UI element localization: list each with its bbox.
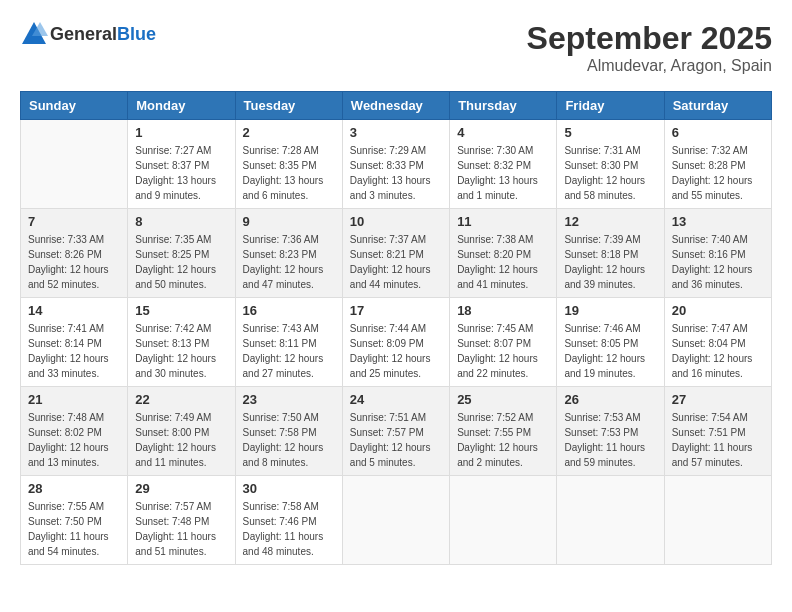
day-info: Sunrise: 7:49 AM Sunset: 8:00 PM Dayligh…	[135, 410, 227, 470]
calendar-week-row: 1Sunrise: 7:27 AM Sunset: 8:37 PM Daylig…	[21, 120, 772, 209]
day-number: 6	[672, 125, 764, 140]
day-number: 26	[564, 392, 656, 407]
day-info: Sunrise: 7:32 AM Sunset: 8:28 PM Dayligh…	[672, 143, 764, 203]
day-number: 9	[243, 214, 335, 229]
calendar-cell: 1Sunrise: 7:27 AM Sunset: 8:37 PM Daylig…	[128, 120, 235, 209]
day-number: 21	[28, 392, 120, 407]
day-info: Sunrise: 7:55 AM Sunset: 7:50 PM Dayligh…	[28, 499, 120, 559]
calendar-cell: 19Sunrise: 7:46 AM Sunset: 8:05 PM Dayli…	[557, 298, 664, 387]
calendar-cell: 30Sunrise: 7:58 AM Sunset: 7:46 PM Dayli…	[235, 476, 342, 565]
day-info: Sunrise: 7:37 AM Sunset: 8:21 PM Dayligh…	[350, 232, 442, 292]
calendar-cell: 12Sunrise: 7:39 AM Sunset: 8:18 PM Dayli…	[557, 209, 664, 298]
day-info: Sunrise: 7:42 AM Sunset: 8:13 PM Dayligh…	[135, 321, 227, 381]
day-info: Sunrise: 7:45 AM Sunset: 8:07 PM Dayligh…	[457, 321, 549, 381]
page-header: GeneralBlue September 2025 Almudevar, Ar…	[20, 20, 772, 75]
logo: GeneralBlue	[20, 20, 156, 48]
logo-icon	[20, 20, 48, 48]
day-info: Sunrise: 7:36 AM Sunset: 8:23 PM Dayligh…	[243, 232, 335, 292]
calendar-cell: 5Sunrise: 7:31 AM Sunset: 8:30 PM Daylig…	[557, 120, 664, 209]
day-number: 24	[350, 392, 442, 407]
calendar-cell: 23Sunrise: 7:50 AM Sunset: 7:58 PM Dayli…	[235, 387, 342, 476]
day-number: 27	[672, 392, 764, 407]
day-number: 25	[457, 392, 549, 407]
day-number: 4	[457, 125, 549, 140]
day-number: 30	[243, 481, 335, 496]
day-number: 29	[135, 481, 227, 496]
day-info: Sunrise: 7:35 AM Sunset: 8:25 PM Dayligh…	[135, 232, 227, 292]
calendar-week-row: 7Sunrise: 7:33 AM Sunset: 8:26 PM Daylig…	[21, 209, 772, 298]
weekday-header-friday: Friday	[557, 92, 664, 120]
day-info: Sunrise: 7:33 AM Sunset: 8:26 PM Dayligh…	[28, 232, 120, 292]
calendar-cell	[21, 120, 128, 209]
day-info: Sunrise: 7:31 AM Sunset: 8:30 PM Dayligh…	[564, 143, 656, 203]
day-number: 15	[135, 303, 227, 318]
calendar-cell: 28Sunrise: 7:55 AM Sunset: 7:50 PM Dayli…	[21, 476, 128, 565]
calendar-table: SundayMondayTuesdayWednesdayThursdayFrid…	[20, 91, 772, 565]
weekday-header-thursday: Thursday	[450, 92, 557, 120]
calendar-cell: 21Sunrise: 7:48 AM Sunset: 8:02 PM Dayli…	[21, 387, 128, 476]
calendar-week-row: 21Sunrise: 7:48 AM Sunset: 8:02 PM Dayli…	[21, 387, 772, 476]
day-number: 20	[672, 303, 764, 318]
day-number: 19	[564, 303, 656, 318]
calendar-cell: 8Sunrise: 7:35 AM Sunset: 8:25 PM Daylig…	[128, 209, 235, 298]
day-info: Sunrise: 7:38 AM Sunset: 8:20 PM Dayligh…	[457, 232, 549, 292]
calendar-cell	[557, 476, 664, 565]
day-info: Sunrise: 7:46 AM Sunset: 8:05 PM Dayligh…	[564, 321, 656, 381]
day-info: Sunrise: 7:29 AM Sunset: 8:33 PM Dayligh…	[350, 143, 442, 203]
calendar-cell: 13Sunrise: 7:40 AM Sunset: 8:16 PM Dayli…	[664, 209, 771, 298]
calendar-cell: 24Sunrise: 7:51 AM Sunset: 7:57 PM Dayli…	[342, 387, 449, 476]
day-number: 17	[350, 303, 442, 318]
calendar-cell: 25Sunrise: 7:52 AM Sunset: 7:55 PM Dayli…	[450, 387, 557, 476]
day-info: Sunrise: 7:47 AM Sunset: 8:04 PM Dayligh…	[672, 321, 764, 381]
day-number: 10	[350, 214, 442, 229]
calendar-cell: 9Sunrise: 7:36 AM Sunset: 8:23 PM Daylig…	[235, 209, 342, 298]
calendar-cell: 6Sunrise: 7:32 AM Sunset: 8:28 PM Daylig…	[664, 120, 771, 209]
day-info: Sunrise: 7:43 AM Sunset: 8:11 PM Dayligh…	[243, 321, 335, 381]
day-info: Sunrise: 7:28 AM Sunset: 8:35 PM Dayligh…	[243, 143, 335, 203]
day-info: Sunrise: 7:54 AM Sunset: 7:51 PM Dayligh…	[672, 410, 764, 470]
month-title: September 2025	[527, 20, 772, 57]
weekday-header-row: SundayMondayTuesdayWednesdayThursdayFrid…	[21, 92, 772, 120]
day-number: 14	[28, 303, 120, 318]
calendar-week-row: 28Sunrise: 7:55 AM Sunset: 7:50 PM Dayli…	[21, 476, 772, 565]
calendar-cell: 2Sunrise: 7:28 AM Sunset: 8:35 PM Daylig…	[235, 120, 342, 209]
calendar-cell: 10Sunrise: 7:37 AM Sunset: 8:21 PM Dayli…	[342, 209, 449, 298]
location-title: Almudevar, Aragon, Spain	[527, 57, 772, 75]
day-info: Sunrise: 7:51 AM Sunset: 7:57 PM Dayligh…	[350, 410, 442, 470]
day-number: 18	[457, 303, 549, 318]
day-number: 5	[564, 125, 656, 140]
day-info: Sunrise: 7:58 AM Sunset: 7:46 PM Dayligh…	[243, 499, 335, 559]
calendar-cell	[342, 476, 449, 565]
title-block: September 2025 Almudevar, Aragon, Spain	[527, 20, 772, 75]
day-number: 23	[243, 392, 335, 407]
calendar-cell	[664, 476, 771, 565]
calendar-cell: 14Sunrise: 7:41 AM Sunset: 8:14 PM Dayli…	[21, 298, 128, 387]
weekday-header-sunday: Sunday	[21, 92, 128, 120]
calendar-cell: 22Sunrise: 7:49 AM Sunset: 8:00 PM Dayli…	[128, 387, 235, 476]
day-number: 3	[350, 125, 442, 140]
calendar-cell: 15Sunrise: 7:42 AM Sunset: 8:13 PM Dayli…	[128, 298, 235, 387]
calendar-week-row: 14Sunrise: 7:41 AM Sunset: 8:14 PM Dayli…	[21, 298, 772, 387]
day-info: Sunrise: 7:52 AM Sunset: 7:55 PM Dayligh…	[457, 410, 549, 470]
calendar-cell: 3Sunrise: 7:29 AM Sunset: 8:33 PM Daylig…	[342, 120, 449, 209]
day-number: 8	[135, 214, 227, 229]
day-number: 13	[672, 214, 764, 229]
logo-text-blue: Blue	[117, 24, 156, 44]
day-number: 11	[457, 214, 549, 229]
day-number: 1	[135, 125, 227, 140]
day-info: Sunrise: 7:48 AM Sunset: 8:02 PM Dayligh…	[28, 410, 120, 470]
weekday-header-monday: Monday	[128, 92, 235, 120]
calendar-cell: 16Sunrise: 7:43 AM Sunset: 8:11 PM Dayli…	[235, 298, 342, 387]
calendar-cell: 20Sunrise: 7:47 AM Sunset: 8:04 PM Dayli…	[664, 298, 771, 387]
day-number: 28	[28, 481, 120, 496]
day-info: Sunrise: 7:50 AM Sunset: 7:58 PM Dayligh…	[243, 410, 335, 470]
day-info: Sunrise: 7:40 AM Sunset: 8:16 PM Dayligh…	[672, 232, 764, 292]
logo-text-general: General	[50, 24, 117, 44]
calendar-cell: 29Sunrise: 7:57 AM Sunset: 7:48 PM Dayli…	[128, 476, 235, 565]
day-info: Sunrise: 7:27 AM Sunset: 8:37 PM Dayligh…	[135, 143, 227, 203]
calendar-cell: 17Sunrise: 7:44 AM Sunset: 8:09 PM Dayli…	[342, 298, 449, 387]
calendar-cell: 7Sunrise: 7:33 AM Sunset: 8:26 PM Daylig…	[21, 209, 128, 298]
day-number: 22	[135, 392, 227, 407]
calendar-cell: 4Sunrise: 7:30 AM Sunset: 8:32 PM Daylig…	[450, 120, 557, 209]
calendar-cell: 11Sunrise: 7:38 AM Sunset: 8:20 PM Dayli…	[450, 209, 557, 298]
